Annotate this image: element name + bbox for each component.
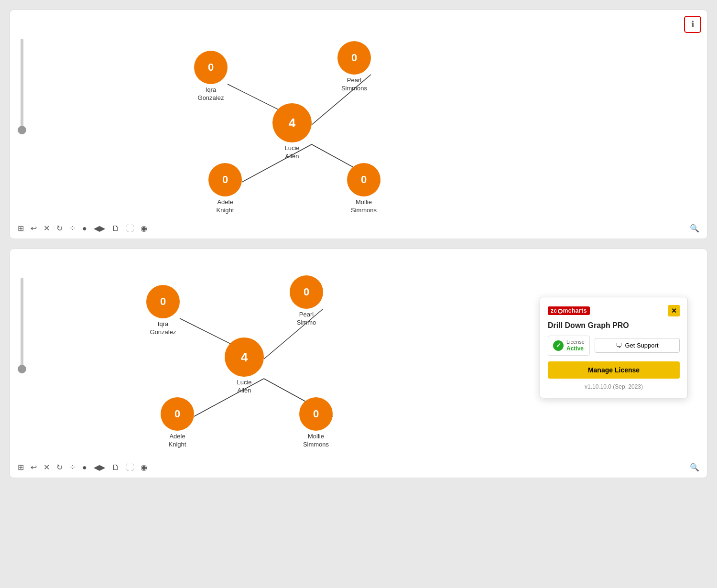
node-circle-iqra-1: 0	[194, 51, 228, 84]
toolbar2-export-icon[interactable]: 🗋	[112, 463, 120, 472]
toolbar2-search-icon[interactable]: 🔍	[690, 463, 699, 472]
node-iqra-2[interactable]: 0 IqraGonzalez	[146, 285, 180, 337]
zoomcharts-logo: zcmcharts	[548, 306, 590, 315]
zoom-slider-2[interactable]	[21, 278, 23, 402]
chart-panel-2: 0 IqraGonzalez 0 PearlSimmo 4 LucieAllen…	[10, 249, 707, 478]
popup-license-row: ✓ License Active 🗨 Get Support	[548, 336, 680, 356]
popup-version: v1.10.10.0 (Sep, 2023)	[548, 383, 680, 390]
zoom-thumb[interactable]	[18, 126, 26, 134]
node-pearl-1[interactable]: 0 PearlSimmons	[337, 41, 371, 93]
popup-title: Drill Down Graph PRO	[548, 321, 680, 330]
node-label-iqra-2: IqraGonzalez	[150, 320, 176, 337]
popup-header: zcmcharts ✕	[548, 305, 680, 316]
check-icon: ✓	[553, 340, 564, 351]
license-status: Active	[566, 345, 585, 352]
zoom-slider[interactable]	[21, 39, 23, 163]
toolbar-fullscreen-icon[interactable]: ⛶	[126, 224, 134, 233]
node-circle-pearl-2: 0	[290, 275, 323, 309]
node-mollie-2[interactable]: 0 MollieSimmons	[299, 397, 333, 449]
node-label-mollie-1: MollieSimmons	[351, 198, 377, 215]
popup-close-button[interactable]: ✕	[668, 305, 680, 316]
toolbar2-grid-icon[interactable]: ⊞	[18, 463, 24, 472]
node-lucie-1[interactable]: 4 LucieAllen	[272, 103, 312, 161]
toolbar-1: ⊞ ↩ ✕ ↻ ⁘ ● ◀▶ 🗋 ⛶ ◉ 🔍	[14, 222, 703, 235]
node-circle-mollie-2: 0	[299, 397, 333, 431]
toolbar-dot-icon[interactable]: ●	[82, 224, 87, 233]
toolbar2-close-icon[interactable]: ✕	[43, 463, 50, 472]
toolbar2-fullscreen-icon[interactable]: ⛶	[126, 463, 134, 472]
node-mollie-1[interactable]: 0 MollieSimmons	[347, 163, 380, 215]
node-label-adele-1: AdeleKnight	[217, 198, 234, 215]
license-label: License	[566, 339, 585, 345]
toolbar-share-icon[interactable]: ⁘	[69, 224, 76, 233]
get-support-label: Get Support	[625, 342, 658, 349]
toolbar-arrows-icon[interactable]: ◀▶	[94, 224, 105, 233]
toolbar-export-icon[interactable]: 🗋	[112, 224, 120, 233]
node-circle-lucie-2: 4	[225, 338, 264, 377]
zoom-track-2	[21, 278, 23, 373]
node-label-iqra-1: IqraGonzalez	[198, 86, 224, 102]
info-icon: ℹ	[691, 19, 695, 30]
get-support-button[interactable]: 🗨 Get Support	[595, 338, 680, 353]
node-circle-adele-2: 0	[161, 397, 194, 431]
toolbar-target-icon[interactable]: ◉	[141, 224, 147, 233]
manage-license-button[interactable]: Manage License	[548, 361, 680, 379]
toolbar-refresh-icon[interactable]: ↻	[56, 224, 63, 233]
toolbar-undo-icon[interactable]: ↩	[31, 224, 37, 233]
node-circle-mollie-1: 0	[347, 163, 380, 196]
toolbar2-dot-icon[interactable]: ●	[82, 463, 87, 472]
license-text: License Active	[566, 339, 585, 352]
license-popup: zcmcharts ✕ Drill Down Graph PRO ✓ Licen…	[540, 297, 688, 398]
toolbar2-target-icon[interactable]: ◉	[141, 463, 147, 472]
node-circle-adele-1: 0	[208, 163, 242, 196]
toolbar-2: ⊞ ↩ ✕ ↻ ⁘ ● ◀▶ 🗋 ⛶ ◉ 🔍	[14, 461, 703, 474]
zoom-thumb-2[interactable]	[18, 365, 26, 373]
node-label-pearl-1: PearlSimmons	[341, 76, 367, 93]
node-label-lucie-2: LucieAllen	[237, 379, 251, 395]
node-lucie-2[interactable]: 4 LucieAllen	[225, 338, 264, 395]
support-icon: 🗨	[616, 342, 622, 349]
license-badge: ✓ License Active	[548, 336, 590, 356]
node-label-pearl-2: PearlSimmo	[297, 311, 316, 327]
node-circle-lucie-1: 4	[272, 103, 312, 142]
toolbar-grid-icon[interactable]: ⊞	[18, 224, 24, 233]
node-pearl-2[interactable]: 0 PearlSimmo	[290, 275, 323, 327]
toolbar-close-icon[interactable]: ✕	[43, 224, 50, 233]
info-button[interactable]: ℹ	[684, 16, 701, 33]
node-adele-1[interactable]: 0 AdeleKnight	[208, 163, 242, 215]
node-circle-pearl-1: 0	[337, 41, 371, 75]
toolbar-search-icon[interactable]: 🔍	[690, 224, 699, 233]
toolbar2-undo-icon[interactable]: ↩	[31, 463, 37, 472]
toolbar2-share-icon[interactable]: ⁘	[69, 463, 76, 472]
node-iqra-1[interactable]: 0 IqraGonzalez	[194, 51, 228, 102]
node-adele-2[interactable]: 0 AdeleKnight	[161, 397, 194, 449]
zoom-track	[21, 39, 23, 134]
toolbar2-refresh-icon[interactable]: ↻	[56, 463, 63, 472]
chart-panel-1: ℹ 0 IqraGonzalez 0 PearlSimmons 4 LucieA…	[10, 10, 707, 239]
node-label-adele-2: AdeleKnight	[169, 433, 186, 449]
node-label-lucie-1: LucieAllen	[284, 144, 299, 161]
node-label-mollie-2: MollieSimmons	[303, 433, 329, 449]
toolbar2-arrows-icon[interactable]: ◀▶	[94, 463, 105, 472]
node-circle-iqra-2: 0	[146, 285, 180, 318]
